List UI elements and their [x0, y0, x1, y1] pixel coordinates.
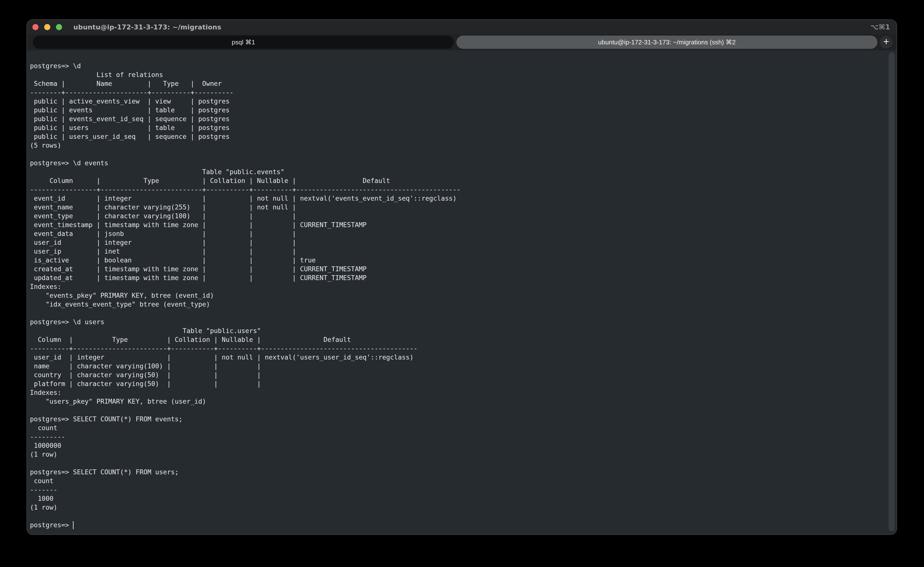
text-cursor [73, 521, 74, 529]
tab-ssh-migrations-label: ubuntu@ip-172-31-3-173: ~/migrations (ss… [598, 39, 736, 46]
plus-icon: + [883, 36, 889, 47]
titlebar[interactable]: ubuntu@ip-172-31-3-173: ~/migrations ⌥⌘1 [27, 20, 897, 34]
minimize-button[interactable] [44, 24, 50, 30]
traffic-lights [32, 24, 62, 30]
tab-psql-label: psql ⌘1 [231, 39, 255, 46]
scrollbar[interactable] [889, 52, 895, 531]
close-button[interactable] [32, 24, 39, 30]
terminal-viewport[interactable]: postgres=> \d List of relations Schema |… [27, 50, 897, 534]
tab-psql[interactable]: psql ⌘1 [33, 36, 454, 49]
window-title: ubuntu@ip-172-31-3-173: ~/migrations [74, 23, 221, 31]
tab-ssh-migrations[interactable]: ubuntu@ip-172-31-3-173: ~/migrations (ss… [456, 36, 877, 49]
terminal-output: postgres=> \d List of relations Schema |… [30, 62, 897, 530]
terminal-window: ubuntu@ip-172-31-3-173: ~/migrations ⌥⌘1… [27, 20, 897, 535]
new-tab-button[interactable]: + [880, 36, 892, 48]
zoom-button[interactable] [56, 24, 62, 30]
window-shortcut-hint: ⌥⌘1 [870, 23, 890, 31]
tab-bar: psql ⌘1 ubuntu@ip-172-31-3-173: ~/migrat… [27, 34, 897, 50]
